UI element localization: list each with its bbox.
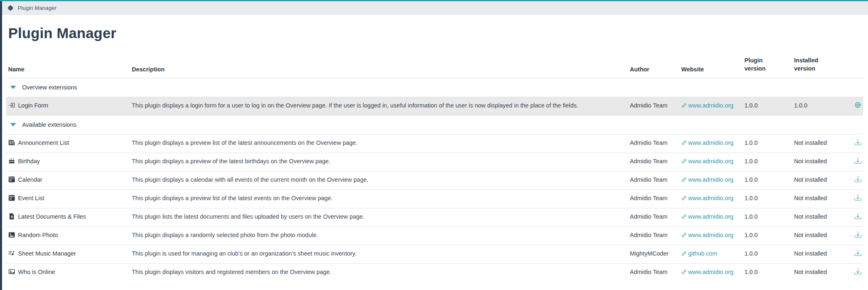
who-is-online-icon — [8, 268, 15, 278]
website-link[interactable]: www.admidio.org — [681, 102, 733, 109]
installed-version: Not installed — [794, 208, 850, 227]
link-icon — [681, 232, 687, 240]
table-header-row: Name Description Author Website Plugin v… — [6, 54, 863, 78]
website-link[interactable]: www.admidio.org — [681, 176, 733, 183]
calendar-icon — [8, 194, 15, 204]
caret-down-icon — [10, 123, 16, 126]
plugin-version: 1.0.0 — [744, 245, 794, 264]
download-icon — [854, 159, 861, 165]
install-download-button[interactable] — [854, 194, 861, 203]
plugin-name: Latest Documents & Files — [18, 213, 86, 220]
random-photo-icon — [8, 231, 15, 241]
column-header-website: Website — [681, 54, 744, 78]
column-header-plugin-version: Plugin version — [744, 54, 794, 78]
install-download-button[interactable] — [854, 249, 861, 259]
sheet-music-icon — [8, 250, 15, 259]
plugin-description: This plugin lists the latest documents a… — [132, 208, 630, 227]
install-download-button[interactable] — [854, 176, 861, 185]
link-icon — [681, 195, 687, 203]
plugin-version: 1.0.0 — [744, 190, 794, 208]
table-row-calendar: Calendar This plugin displays a calendar… — [6, 171, 863, 190]
link-icon — [681, 213, 687, 222]
table-row-announcement-list: Announcement List This plugin displays a… — [6, 135, 863, 153]
plugin-author: Admidio Team — [630, 97, 681, 116]
plugin-name: Birthday — [18, 158, 40, 164]
website-link[interactable]: www.admidio.org — [681, 195, 733, 201]
link-icon — [681, 269, 687, 277]
table-row-login-form: Login Form This plugin displays a login … — [6, 97, 863, 116]
install-download-button[interactable] — [854, 212, 861, 222]
configure-button[interactable] — [854, 101, 861, 111]
caret-down-icon — [10, 86, 16, 89]
download-icon — [854, 196, 861, 202]
download-icon — [854, 251, 861, 258]
table-row-latest-documents-files: Latest Documents & Files This plugin lis… — [6, 208, 863, 227]
birthday-cake-icon — [8, 158, 15, 167]
main-content: Plugin Manager Name Description Author W… — [2, 25, 868, 282]
plugin-description: This plugin displays a preview list of t… — [132, 190, 630, 208]
installed-version: Not installed — [794, 135, 850, 153]
group-label: Overview extensions — [22, 84, 77, 91]
plugin-name: Who is Online — [18, 269, 55, 275]
plugin-version: 1.0.0 — [744, 135, 794, 153]
link-icon — [681, 102, 687, 111]
website-link[interactable]: github.com — [681, 250, 717, 257]
website-link[interactable]: www.admidio.org — [681, 213, 733, 220]
plugin-table: Name Description Author Website Plugin v… — [6, 54, 863, 282]
table-row-who-is-online: Who is Online This plugin displays visit… — [6, 264, 863, 282]
plugin-version: 1.0.0 — [744, 208, 794, 227]
column-header-description: Description — [132, 54, 630, 78]
download-icon — [854, 233, 861, 239]
download-icon — [854, 140, 861, 147]
puzzle-icon — [7, 5, 14, 11]
website-link[interactable]: www.admidio.org — [681, 269, 733, 275]
plugin-version: 1.0.0 — [744, 97, 794, 116]
plugin-name: Random Photo — [18, 232, 58, 238]
install-download-button[interactable] — [854, 139, 861, 148]
column-header-author: Author — [630, 54, 681, 78]
plugin-author: Admidio Team — [630, 153, 681, 171]
plugin-description: This plugin displays a randomly selected… — [132, 227, 630, 245]
table-row-event-list: Event List This plugin displays a previe… — [6, 190, 863, 208]
installed-version: Not installed — [794, 227, 850, 245]
plugin-author: Admidio Team — [630, 171, 681, 190]
plugin-version: 1.0.0 — [744, 171, 794, 190]
breadcrumb-item-label: Plugin Manager — [18, 5, 57, 11]
breadcrumb: Plugin Manager — [2, 1, 868, 15]
plugin-version: 1.0.0 — [744, 264, 794, 282]
login-icon — [8, 102, 15, 111]
installed-version: Not installed — [794, 171, 850, 190]
calendar-icon — [8, 176, 15, 185]
plugin-name: Calendar — [18, 176, 42, 183]
install-download-button[interactable] — [854, 268, 861, 277]
plugin-description: This plugin displays visitors and regist… — [132, 264, 630, 282]
install-download-button[interactable] — [854, 231, 861, 240]
group-row-overview-extensions[interactable]: Overview extensions — [6, 78, 863, 97]
website-link[interactable]: www.admidio.org — [681, 139, 733, 146]
plugin-description: This plugin displays a preview of the la… — [132, 153, 630, 171]
plugin-author: MightyMCoder — [630, 245, 681, 264]
plugin-description: This plugin is used for managing an club… — [132, 245, 630, 264]
plugin-description: This plugin displays a calendar with all… — [132, 171, 630, 190]
installed-version: Not installed — [794, 245, 850, 264]
plugin-author: Admidio Team — [630, 190, 681, 208]
link-icon — [681, 176, 687, 185]
download-icon — [854, 269, 861, 276]
website-link[interactable]: www.admidio.org — [681, 232, 733, 238]
column-header-name: Name — [6, 54, 132, 78]
page-title: Plugin Manager — [8, 25, 863, 41]
group-label: Available extensions — [22, 121, 76, 128]
link-icon — [681, 250, 687, 259]
download-icon — [854, 177, 861, 184]
plugin-author: Admidio Team — [630, 208, 681, 227]
table-row-random-photo: Random Photo This plugin displays a rand… — [6, 227, 863, 245]
column-header-actions — [850, 54, 863, 78]
installed-version: Not installed — [794, 153, 850, 171]
install-download-button[interactable] — [854, 157, 861, 167]
group-row-available-extensions[interactable]: Available extensions — [6, 116, 863, 135]
plugin-description: This plugin displays a preview list of t… — [132, 135, 630, 153]
plugin-version: 1.0.0 — [744, 153, 794, 171]
website-link[interactable]: www.admidio.org — [681, 158, 733, 164]
link-icon — [681, 139, 687, 148]
plugin-author: Admidio Team — [630, 227, 681, 245]
